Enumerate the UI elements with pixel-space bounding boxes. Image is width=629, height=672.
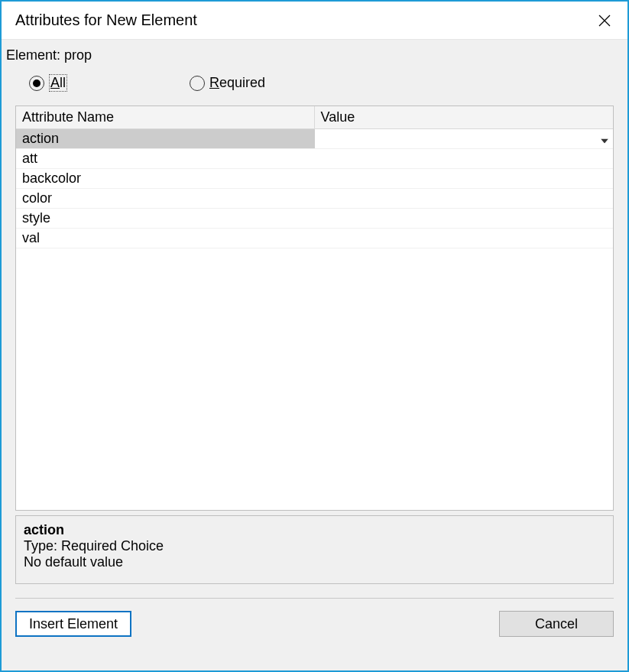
insert-element-button[interactable]: Insert Element bbox=[15, 611, 131, 637]
attribute-value-cell[interactable] bbox=[315, 149, 614, 168]
radio-icon bbox=[190, 76, 205, 91]
table-row[interactable]: style bbox=[16, 209, 613, 229]
button-row: Insert Element Cancel bbox=[15, 599, 614, 637]
table-body: actionattbackcolorcolorstyleval bbox=[16, 129, 613, 510]
close-button[interactable] bbox=[592, 8, 617, 33]
attribute-value-cell[interactable] bbox=[315, 129, 614, 148]
col-header-name[interactable]: Attribute Name bbox=[16, 106, 315, 128]
svg-marker-2 bbox=[601, 138, 608, 143]
radio-group: All Required bbox=[29, 74, 614, 92]
radio-required[interactable]: Required bbox=[190, 75, 265, 91]
table-header: Attribute Name Value bbox=[16, 106, 613, 129]
attribute-value-cell[interactable] bbox=[315, 189, 614, 208]
table-row[interactable]: backcolor bbox=[16, 169, 613, 189]
attribute-detail: action Type: Required Choice No default … bbox=[15, 515, 614, 584]
col-header-value[interactable]: Value bbox=[315, 106, 614, 128]
detail-type: Type: Required Choice bbox=[24, 538, 605, 554]
radio-icon bbox=[29, 76, 44, 91]
table-row[interactable]: att bbox=[16, 149, 613, 169]
cancel-button[interactable]: Cancel bbox=[499, 611, 614, 637]
dropdown-caret-icon[interactable] bbox=[601, 131, 608, 147]
detail-name: action bbox=[24, 522, 605, 538]
radio-required-label: Required bbox=[209, 75, 265, 91]
titlebar: Attributes for New Element bbox=[2, 2, 627, 40]
attribute-name-cell: style bbox=[16, 209, 315, 228]
attributes-table: Attribute Name Value actionattbackcolorc… bbox=[15, 106, 614, 511]
radio-all-label: All bbox=[49, 74, 67, 92]
table-row[interactable]: color bbox=[16, 189, 613, 209]
attribute-name-cell: att bbox=[16, 149, 315, 168]
attribute-name-cell: action bbox=[16, 129, 315, 148]
radio-all[interactable]: All bbox=[29, 74, 67, 92]
table-row[interactable]: action bbox=[16, 129, 613, 149]
close-icon bbox=[598, 15, 611, 27]
attribute-name-cell: backcolor bbox=[16, 169, 315, 188]
attribute-value-cell[interactable] bbox=[315, 209, 614, 228]
attribute-name-cell: val bbox=[16, 229, 315, 248]
detail-default: No default value bbox=[24, 554, 605, 570]
element-label: Element: prop bbox=[6, 47, 614, 63]
dialog-title: Attributes for New Element bbox=[15, 11, 197, 29]
dialog-content: Element: prop All Required Attribute Nam… bbox=[2, 40, 627, 670]
attribute-value-cell[interactable] bbox=[315, 229, 614, 248]
attribute-name-cell: color bbox=[16, 189, 315, 208]
table-row[interactable]: val bbox=[16, 229, 613, 248]
attribute-value-cell[interactable] bbox=[315, 169, 614, 188]
